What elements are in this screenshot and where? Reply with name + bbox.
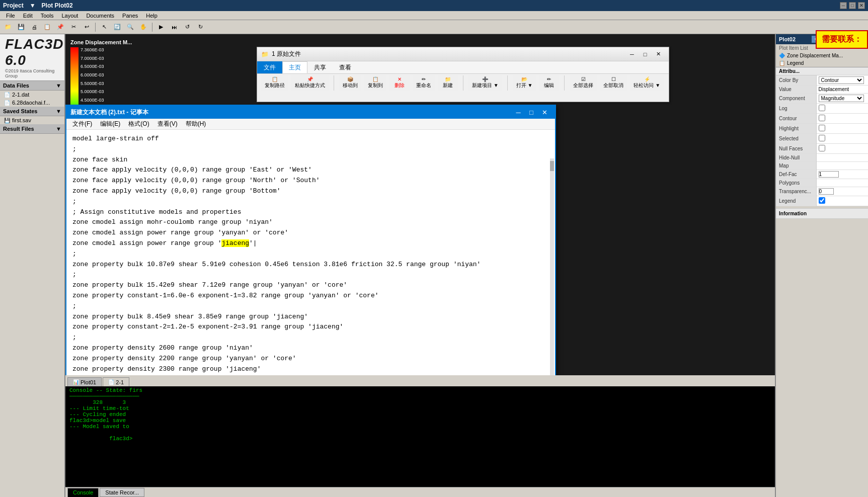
log-value[interactable] bbox=[816, 104, 868, 114]
notepad-menu-edit[interactable]: 编辑(E) bbox=[96, 119, 124, 130]
def-fac-value[interactable] bbox=[816, 170, 868, 179]
highlight-value[interactable] bbox=[816, 124, 868, 134]
selected-checkbox[interactable] bbox=[819, 135, 825, 141]
result-files-header[interactable]: Result Files ▼ bbox=[0, 124, 64, 134]
saved-states-header[interactable]: Saved States ▼ bbox=[0, 107, 64, 116]
ribbon-tab-share[interactable]: 共享 bbox=[307, 61, 333, 73]
plot-tab-plot01[interactable]: 📊 Plot01 bbox=[67, 377, 102, 386]
data-files-header[interactable]: Data Files ▼ bbox=[0, 81, 64, 91]
toolbar-pan[interactable]: ✋ bbox=[137, 22, 149, 33]
contour-checkbox[interactable] bbox=[819, 115, 825, 121]
ribbon-tab-file[interactable]: 文件 bbox=[257, 61, 282, 73]
state-record-tab[interactable]: State Recor... bbox=[100, 488, 144, 497]
notepad-scrollthumb[interactable] bbox=[550, 161, 554, 171]
ribbon-btn-move[interactable]: 📦 移动到 bbox=[339, 75, 361, 91]
toolbar-back[interactable]: ↺ bbox=[181, 22, 193, 33]
toolbar-paste[interactable]: 📌 bbox=[54, 22, 66, 33]
menu-edit[interactable]: Edit bbox=[19, 11, 37, 20]
notepad-menu-format[interactable]: 格式(O) bbox=[124, 119, 153, 130]
ribbon-btn-copy-path[interactable]: 📋 复制路径 bbox=[261, 75, 288, 91]
toolbar-rotate[interactable]: 🔄 bbox=[111, 22, 123, 33]
rs-item-zone-disp[interactable]: 🔷 Zone Displacement Ma... bbox=[776, 52, 868, 59]
sidebar-item-data-2[interactable]: 📄 6.28daochai.f... bbox=[0, 99, 64, 107]
rs-item-legend[interactable]: 📋 Legend bbox=[776, 59, 868, 67]
toolbar-step[interactable]: ⏭ bbox=[168, 22, 180, 33]
selected-value[interactable] bbox=[816, 134, 868, 144]
delete-icon: ✕ bbox=[398, 76, 402, 82]
sidebar-item-saved-1[interactable]: 💾 first.sav bbox=[0, 116, 64, 124]
toolbar-copy[interactable]: 📋 bbox=[41, 22, 53, 33]
color-by-value[interactable]: Contour bbox=[816, 75, 868, 86]
color-by-select[interactable]: Contour bbox=[819, 76, 864, 84]
sidebar-item-data-1[interactable]: 📄 2-1.dat bbox=[0, 91, 64, 99]
transparency-input[interactable] bbox=[819, 188, 834, 195]
legend-checkbox[interactable] bbox=[819, 197, 825, 204]
log-checkbox[interactable] bbox=[819, 105, 825, 111]
toolbar-print[interactable]: 🖨 bbox=[28, 22, 40, 33]
ribbon-btn-rename[interactable]: ✏ 重命名 bbox=[413, 75, 435, 91]
menu-help[interactable]: Help bbox=[142, 11, 162, 20]
menu-layout[interactable]: Layout bbox=[57, 11, 82, 20]
null-faces-value[interactable] bbox=[816, 144, 868, 154]
menu-panes[interactable]: Panes bbox=[118, 11, 142, 20]
toolbar-cut[interactable]: ✂ bbox=[67, 22, 80, 33]
toolbar-forward[interactable]: ↻ bbox=[194, 22, 206, 33]
notepad-menu-help[interactable]: 帮助(H) bbox=[182, 119, 210, 130]
close-button[interactable]: ✕ bbox=[858, 2, 865, 9]
ribbon-btn-paste-shortcut[interactable]: 📌 粘贴快捷方式 bbox=[291, 75, 329, 91]
legend-attr-value[interactable] bbox=[816, 196, 868, 206]
menu-documents[interactable]: Documents bbox=[82, 11, 118, 20]
value-value[interactable]: Displacement bbox=[816, 86, 868, 94]
ribbon-btn-easy-access[interactable]: ⚡ 轻松访问 ▼ bbox=[630, 75, 664, 91]
new-label: 新建 bbox=[443, 82, 453, 89]
highlight-checkbox[interactable] bbox=[819, 125, 825, 131]
notepad-scrollbar[interactable] bbox=[550, 158, 554, 375]
component-select[interactable]: Magnitude bbox=[819, 95, 864, 102]
ribbon-btn-edit[interactable]: ✏ 编辑 bbox=[539, 75, 559, 91]
ribbon-btn-open[interactable]: 📂 打开 ▼ bbox=[513, 75, 536, 91]
notepad-content[interactable]: model large-strain off ; zone face skin … bbox=[66, 130, 555, 375]
menu-tools[interactable]: Tools bbox=[37, 11, 58, 20]
ribbon-tab-home[interactable]: 主页 bbox=[282, 61, 307, 73]
ribbon-btn-new-item[interactable]: ➕ 新建项目 ▼ bbox=[468, 75, 502, 91]
toolbar-undo[interactable]: ↩ bbox=[81, 22, 93, 33]
contour-value[interactable] bbox=[816, 114, 868, 124]
notepad-menu-view[interactable]: 查看(V) bbox=[153, 119, 182, 130]
ribbon-btn-new[interactable]: 📁 新建 bbox=[438, 75, 458, 91]
move-icon: 📦 bbox=[347, 76, 353, 82]
toolbar-zoom[interactable]: 🔍 bbox=[124, 22, 136, 33]
notepad-maximize[interactable]: □ bbox=[525, 106, 538, 119]
null-faces-checkbox[interactable] bbox=[819, 145, 825, 151]
maximize-button[interactable]: □ bbox=[849, 2, 856, 9]
explorer-close[interactable]: ✕ bbox=[652, 49, 665, 60]
notepad-minimize[interactable]: ─ bbox=[512, 106, 525, 119]
toolbar-arrow[interactable]: ↖ bbox=[98, 22, 110, 33]
transparency-value[interactable] bbox=[816, 187, 868, 196]
explorer-folder-icon: 📁 bbox=[261, 51, 269, 58]
console-line-6: --- Cycling ended bbox=[67, 411, 773, 418]
ribbon-btn-copy[interactable]: 📋 复制到 bbox=[364, 75, 386, 91]
toolbar-save[interactable]: 💾 bbox=[15, 22, 27, 33]
ribbon-btn-delete[interactable]: ✕ 删除 bbox=[389, 75, 410, 91]
menu-file[interactable]: File bbox=[2, 11, 19, 20]
console-container: Console -- State: firs ─────────────────… bbox=[65, 386, 775, 497]
explorer-minimize[interactable]: ─ bbox=[625, 49, 639, 60]
minimize-button[interactable]: ─ bbox=[840, 2, 847, 9]
ribbon-tab-view[interactable]: 查看 bbox=[333, 61, 358, 73]
console-tab[interactable]: Console bbox=[67, 488, 99, 497]
notepad-text: model large-strain off ; zone face skin … bbox=[72, 134, 549, 375]
flac-header: FLAC3D 6.0 ©2019 Itasca Consulting Group bbox=[0, 34, 64, 81]
notepad-menubar: 文件(F) 编辑(E) 格式(O) 查看(V) 帮助(H) bbox=[66, 119, 555, 130]
def-fac-input[interactable] bbox=[819, 171, 839, 178]
toolbar-run[interactable]: ▶ bbox=[155, 22, 167, 33]
component-value[interactable]: Magnitude bbox=[816, 94, 868, 104]
notepad-close[interactable]: ✕ bbox=[538, 106, 551, 119]
toolbar-open[interactable]: 📁 bbox=[2, 22, 14, 33]
notepad-menu-file[interactable]: 文件(F) bbox=[68, 119, 96, 130]
console-input[interactable] bbox=[109, 442, 775, 448]
ribbon-btn-select-all[interactable]: ☑ 全部选择 bbox=[570, 75, 597, 91]
ribbon-btn-select-none[interactable]: ☐ 全部取消 bbox=[600, 75, 627, 91]
explorer-maximize[interactable]: □ bbox=[639, 49, 652, 60]
def-fac-label: Def-Fac bbox=[776, 170, 816, 179]
plot-tab-2-1[interactable]: 📄 2-1 bbox=[103, 377, 129, 386]
